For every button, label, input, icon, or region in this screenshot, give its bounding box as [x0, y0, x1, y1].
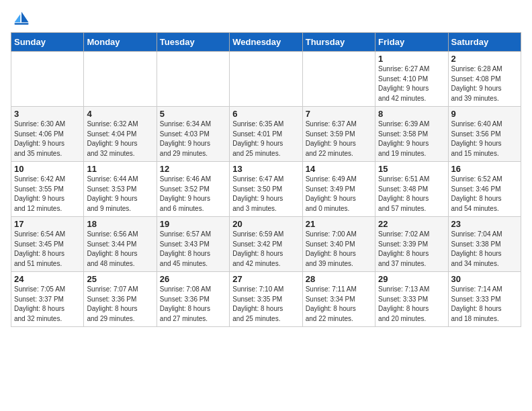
col-header-monday: Monday — [84, 33, 157, 52]
calendar-cell: 21Sunrise: 7:00 AM Sunset: 3:40 PM Dayli… — [302, 217, 375, 272]
day-number: 3 — [14, 109, 81, 119]
calendar-cell: 8Sunrise: 6:39 AM Sunset: 3:58 PM Daylig… — [375, 107, 448, 162]
calendar-cell: 17Sunrise: 6:54 AM Sunset: 3:45 PM Dayli… — [11, 217, 84, 272]
day-info: Sunrise: 6:40 AM Sunset: 3:56 PM Dayligh… — [451, 120, 518, 158]
day-number: 9 — [451, 109, 518, 119]
calendar-cell — [11, 52, 84, 107]
day-number: 8 — [378, 109, 445, 119]
day-number: 30 — [451, 274, 518, 284]
day-number: 14 — [306, 164, 372, 174]
day-number: 20 — [232, 219, 299, 229]
calendar-cell: 10Sunrise: 6:42 AM Sunset: 3:55 PM Dayli… — [11, 162, 84, 217]
calendar-cell: 18Sunrise: 6:56 AM Sunset: 3:44 PM Dayli… — [84, 217, 157, 272]
calendar-cell: 29Sunrise: 7:13 AM Sunset: 3:33 PM Dayli… — [375, 272, 448, 327]
col-header-sunday: Sunday — [11, 33, 84, 52]
calendar-cell: 11Sunrise: 6:44 AM Sunset: 3:53 PM Dayli… — [84, 162, 157, 217]
day-info: Sunrise: 6:28 AM Sunset: 4:08 PM Dayligh… — [451, 64, 518, 103]
day-number: 2 — [451, 54, 518, 64]
calendar-cell — [302, 52, 375, 107]
day-info: Sunrise: 7:07 AM Sunset: 3:36 PM Dayligh… — [87, 285, 153, 324]
day-number: 5 — [160, 109, 226, 119]
day-info: Sunrise: 6:59 AM Sunset: 3:42 PM Dayligh… — [232, 230, 299, 269]
calendar-cell: 23Sunrise: 7:04 AM Sunset: 3:38 PM Dayli… — [448, 217, 521, 272]
day-number: 15 — [378, 164, 445, 174]
calendar-cell: 6Sunrise: 6:35 AM Sunset: 4:01 PM Daylig… — [230, 107, 302, 162]
day-info: Sunrise: 6:49 AM Sunset: 3:49 PM Dayligh… — [306, 175, 372, 214]
svg-rect-2 — [15, 23, 29, 25]
day-number: 13 — [232, 164, 299, 174]
day-info: Sunrise: 6:35 AM Sunset: 4:01 PM Dayligh… — [232, 120, 299, 158]
col-header-tuesday: Tuesday — [157, 33, 229, 52]
day-info: Sunrise: 7:00 AM Sunset: 3:40 PM Dayligh… — [306, 230, 372, 269]
day-number: 26 — [160, 274, 226, 284]
day-info: Sunrise: 7:02 AM Sunset: 3:39 PM Dayligh… — [378, 230, 445, 269]
calendar-cell: 1Sunrise: 6:27 AM Sunset: 4:10 PM Daylig… — [375, 52, 448, 107]
day-info: Sunrise: 6:57 AM Sunset: 3:43 PM Dayligh… — [160, 230, 226, 269]
calendar-cell: 28Sunrise: 7:11 AM Sunset: 3:34 PM Dayli… — [302, 272, 375, 327]
day-info: Sunrise: 6:32 AM Sunset: 4:04 PM Dayligh… — [87, 120, 153, 158]
day-info: Sunrise: 6:34 AM Sunset: 4:03 PM Dayligh… — [160, 120, 226, 158]
col-header-thursday: Thursday — [302, 33, 375, 52]
calendar-row: 3Sunrise: 6:30 AM Sunset: 4:06 PM Daylig… — [11, 107, 521, 162]
day-info: Sunrise: 7:04 AM Sunset: 3:38 PM Dayligh… — [451, 230, 518, 269]
calendar-cell: 19Sunrise: 6:57 AM Sunset: 3:43 PM Dayli… — [157, 217, 229, 272]
day-info: Sunrise: 6:46 AM Sunset: 3:52 PM Dayligh… — [160, 175, 226, 214]
day-info: Sunrise: 6:51 AM Sunset: 3:48 PM Dayligh… — [378, 175, 445, 214]
logo-icon — [12, 9, 31, 28]
day-number: 18 — [87, 219, 153, 229]
day-info: Sunrise: 6:27 AM Sunset: 4:10 PM Dayligh… — [378, 64, 445, 103]
day-info: Sunrise: 6:56 AM Sunset: 3:44 PM Dayligh… — [87, 230, 153, 269]
calendar-row: 10Sunrise: 6:42 AM Sunset: 3:55 PM Dayli… — [11, 162, 521, 217]
day-info: Sunrise: 6:54 AM Sunset: 3:45 PM Dayligh… — [14, 230, 81, 269]
day-info: Sunrise: 6:42 AM Sunset: 3:55 PM Dayligh… — [14, 175, 81, 214]
calendar-cell: 24Sunrise: 7:05 AM Sunset: 3:37 PM Dayli… — [11, 272, 84, 327]
day-number: 17 — [14, 219, 81, 229]
day-info: Sunrise: 6:39 AM Sunset: 3:58 PM Dayligh… — [378, 120, 445, 158]
calendar-cell: 2Sunrise: 6:28 AM Sunset: 4:08 PM Daylig… — [448, 52, 521, 107]
calendar-table: SundayMondayTuesdayWednesdayThursdayFrid… — [11, 32, 521, 327]
col-header-wednesday: Wednesday — [230, 33, 302, 52]
day-number: 6 — [232, 109, 299, 119]
day-number: 1 — [378, 54, 445, 64]
col-header-saturday: Saturday — [448, 33, 521, 52]
calendar-cell: 25Sunrise: 7:07 AM Sunset: 3:36 PM Dayli… — [84, 272, 157, 327]
calendar-cell: 16Sunrise: 6:52 AM Sunset: 3:46 PM Dayli… — [448, 162, 521, 217]
calendar-header-row: SundayMondayTuesdayWednesdayThursdayFrid… — [11, 33, 521, 52]
day-number: 27 — [232, 274, 299, 284]
day-info: Sunrise: 7:10 AM Sunset: 3:35 PM Dayligh… — [232, 285, 299, 324]
calendar-cell: 7Sunrise: 6:37 AM Sunset: 3:59 PM Daylig… — [302, 107, 375, 162]
day-number: 16 — [451, 164, 518, 174]
day-info: Sunrise: 7:11 AM Sunset: 3:34 PM Dayligh… — [306, 285, 372, 324]
day-info: Sunrise: 6:37 AM Sunset: 3:59 PM Dayligh… — [306, 120, 372, 158]
day-info: Sunrise: 7:13 AM Sunset: 3:33 PM Dayligh… — [378, 285, 445, 324]
calendar-cell — [230, 52, 302, 107]
calendar-row: 24Sunrise: 7:05 AM Sunset: 3:37 PM Dayli… — [11, 272, 521, 327]
day-number: 4 — [87, 109, 153, 119]
calendar-cell: 12Sunrise: 6:46 AM Sunset: 3:52 PM Dayli… — [157, 162, 229, 217]
day-number: 29 — [378, 274, 445, 284]
calendar-cell — [84, 52, 157, 107]
day-info: Sunrise: 6:30 AM Sunset: 4:06 PM Dayligh… — [14, 120, 81, 158]
calendar-cell: 5Sunrise: 6:34 AM Sunset: 4:03 PM Daylig… — [157, 107, 229, 162]
day-number: 10 — [14, 164, 81, 174]
header — [11, 11, 521, 26]
day-number: 11 — [87, 164, 153, 174]
calendar-cell: 3Sunrise: 6:30 AM Sunset: 4:06 PM Daylig… — [11, 107, 84, 162]
day-info: Sunrise: 7:14 AM Sunset: 3:33 PM Dayligh… — [451, 285, 518, 324]
calendar-row: 1Sunrise: 6:27 AM Sunset: 4:10 PM Daylig… — [11, 52, 521, 107]
calendar-cell: 15Sunrise: 6:51 AM Sunset: 3:48 PM Dayli… — [375, 162, 448, 217]
day-number: 7 — [306, 109, 372, 119]
day-number: 22 — [378, 219, 445, 229]
calendar-cell: 9Sunrise: 6:40 AM Sunset: 3:56 PM Daylig… — [448, 107, 521, 162]
calendar-page: SundayMondayTuesdayWednesdayThursdayFrid… — [0, 0, 532, 335]
calendar-cell: 30Sunrise: 7:14 AM Sunset: 3:33 PM Dayli… — [448, 272, 521, 327]
calendar-cell: 26Sunrise: 7:08 AM Sunset: 3:36 PM Dayli… — [157, 272, 229, 327]
day-info: Sunrise: 6:47 AM Sunset: 3:50 PM Dayligh… — [232, 175, 299, 214]
col-header-friday: Friday — [375, 33, 448, 52]
calendar-cell: 14Sunrise: 6:49 AM Sunset: 3:49 PM Dayli… — [302, 162, 375, 217]
day-info: Sunrise: 7:05 AM Sunset: 3:37 PM Dayligh… — [14, 285, 81, 324]
svg-marker-1 — [15, 14, 21, 22]
calendar-cell: 4Sunrise: 6:32 AM Sunset: 4:04 PM Daylig… — [84, 107, 157, 162]
calendar-cell: 13Sunrise: 6:47 AM Sunset: 3:50 PM Dayli… — [230, 162, 302, 217]
calendar-cell: 27Sunrise: 7:10 AM Sunset: 3:35 PM Dayli… — [230, 272, 302, 327]
